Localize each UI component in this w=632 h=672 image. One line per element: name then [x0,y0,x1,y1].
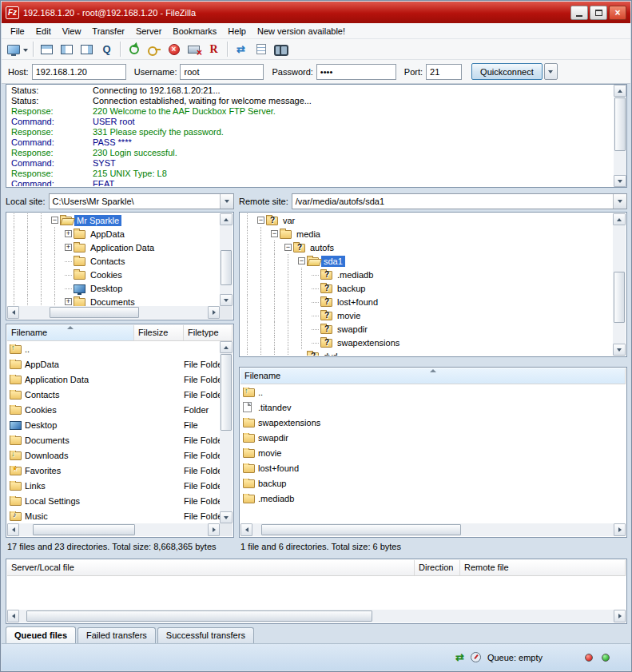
column-header-server-local-file[interactable]: Server/Local file [7,560,415,575]
quickconnect-button[interactable]: Quickconnect [471,63,543,80]
scroll-right-button[interactable] [614,610,626,622]
sync-browsing-indicator-icon[interactable]: ⇄ [455,651,464,663]
file-row[interactable]: .. [240,384,626,400]
scrollbar-thumb[interactable] [614,272,625,323]
menu-item-bookmarks[interactable]: Bookmarks [167,24,222,38]
file-row[interactable]: MusicFile Folder [7,508,220,523]
file-row[interactable]: .titandev [240,400,626,415]
scrollbar-thumb[interactable] [221,354,232,431]
file-row[interactable]: DesktopFile [7,417,220,432]
tree-item[interactable]: −Mr Sparkle [7,213,220,227]
maximize-button[interactable] [590,6,607,20]
tree-expander[interactable]: + [65,298,72,305]
speed-limit-icon[interactable] [471,652,481,662]
scroll-right-button[interactable] [208,306,220,319]
local-tree-horizontal-scrollbar[interactable] [7,306,220,319]
process-queue-button[interactable] [144,40,164,58]
file-row[interactable]: ContactsFile Folder [7,387,220,402]
tab-successful-transfers[interactable]: Successful transfers [157,627,254,643]
scroll-up-button[interactable] [613,213,626,225]
remote-site-dropdown-button[interactable] [613,194,626,209]
directory-comparison-button[interactable] [251,40,271,58]
scrollbar-thumb[interactable] [33,524,135,535]
tree-item[interactable]: −var [240,213,613,227]
scroll-down-button[interactable] [613,344,626,356]
menu-item-server[interactable]: Server [130,24,167,38]
toggle-log-view-button[interactable] [37,40,57,58]
tree-item[interactable]: −media [240,227,613,241]
tree-expander[interactable]: − [298,257,305,264]
column-header-remote-file[interactable]: Remote file [460,560,626,575]
scrollbar-thumb[interactable] [50,307,139,318]
local-site-combo[interactable]: C:\Users\Mr Sparkle\ [49,193,234,209]
file-row[interactable]: .. [7,341,220,356]
queue-horizontal-scrollbar[interactable] [7,610,626,622]
scroll-up-button[interactable] [220,213,233,225]
file-row[interactable]: LinksFile Folder [7,478,220,493]
tree-item[interactable]: −autofs [240,241,613,254]
password-input[interactable] [316,64,396,80]
tree-expander[interactable]: + [65,244,72,251]
tree-expander[interactable]: − [51,217,58,224]
remote-list-horizontal-scrollbar[interactable] [240,523,626,536]
scroll-right-button[interactable] [208,523,220,536]
column-header-filesize[interactable]: Filesize [134,325,184,340]
scrollbar-thumb[interactable] [26,610,372,622]
tree-item[interactable]: +Documents [7,295,220,306]
file-row[interactable]: Application DataFile Folder [7,372,220,387]
toggle-remote-tree-button[interactable] [77,40,97,58]
file-row[interactable]: CookiesFolder [7,402,220,417]
file-row[interactable]: lost+found [240,460,626,475]
file-row[interactable]: movie [240,445,626,460]
tree-item[interactable]: movie [240,308,613,322]
refresh-button[interactable] [124,40,144,58]
title-bar[interactable]: Fz 192.168.1.20 - root@192.168.1.20 - Fi… [2,2,630,23]
tree-item[interactable]: backup [240,281,613,295]
tree-item[interactable]: swapextensions [240,336,613,349]
tab-queued-files[interactable]: Queued files [6,626,76,643]
column-header-filename[interactable]: Filename [240,368,626,384]
tree-item[interactable]: +AppData [7,227,220,241]
scroll-left-button[interactable] [7,306,19,319]
remote-tree-vertical-scrollbar[interactable] [613,213,626,356]
minimize-button[interactable] [570,6,588,20]
local-tree-vertical-scrollbar[interactable] [220,213,233,306]
log-vertical-scrollbar[interactable] [614,85,626,187]
tree-expander[interactable]: − [271,230,278,237]
scroll-down-button[interactable] [220,294,233,306]
quickconnect-dropdown-button[interactable] [544,63,558,80]
tree-item[interactable]: dvd [240,349,613,356]
close-button[interactable]: × [609,6,626,20]
tree-item[interactable]: lost+found [240,295,613,308]
scroll-right-button[interactable] [614,523,626,536]
scroll-left-button[interactable] [7,523,19,536]
tree-expander[interactable]: − [284,244,292,251]
remote-site-combo[interactable]: /var/media/autofs/sda1 [292,193,627,209]
tab-failed-transfers[interactable]: Failed transfers [78,627,156,643]
column-header-direction[interactable]: Direction [415,560,460,575]
toggle-queue-view-button[interactable]: Q [97,40,117,58]
file-row[interactable]: Local SettingsFile Folder [7,493,220,508]
file-row[interactable]: DownloadsFile Folder [7,447,220,463]
column-header-filetype[interactable]: Filetype [184,325,233,340]
find-files-button[interactable] [271,40,291,58]
tree-item[interactable]: Cookies [7,268,220,281]
menu-item-edit[interactable]: Edit [30,24,57,38]
tree-item[interactable]: .mediadb [240,268,613,281]
menu-item-view[interactable]: View [57,24,87,38]
tree-item[interactable]: +Application Data [7,241,220,254]
port-input[interactable] [426,64,462,80]
new-version-notice[interactable]: New version available! [252,24,351,38]
synchronized-browsing-button[interactable]: ⇄ [231,40,251,58]
tree-expander[interactable]: − [257,217,264,224]
scroll-down-button[interactable] [220,511,233,523]
file-row[interactable]: swapextensions [240,415,626,430]
host-input[interactable] [32,64,126,80]
username-input[interactable] [180,64,264,80]
local-list-horizontal-scrollbar[interactable] [7,523,220,536]
local-site-dropdown-button[interactable] [220,194,233,209]
file-row[interactable]: .mediadb [240,491,626,506]
menu-item-file[interactable]: File [5,24,30,38]
file-row[interactable]: DocumentsFile Folder [7,432,220,447]
reconnect-button[interactable]: R [204,40,224,58]
